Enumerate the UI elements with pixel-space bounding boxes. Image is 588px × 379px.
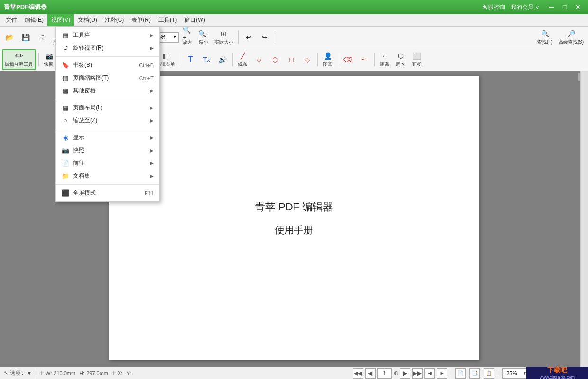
menu-file[interactable]: 文件 (2, 14, 21, 26)
support-link[interactable]: 客服咨询 (482, 3, 505, 11)
search-button[interactable]: 🔍 查找(F) (535, 27, 555, 47)
window-buttons: ─ □ ✕ (545, 2, 584, 12)
menu-other-panels[interactable]: ▦ 其他窗格 ▶ (56, 84, 159, 97)
status-sep3 (498, 370, 498, 377)
menu-bookmarks[interactable]: 🔖 书签(B) Ctrl+B (56, 59, 159, 72)
snapshot-button[interactable]: 📷 快照 (41, 50, 56, 69)
open-folder-button[interactable]: 📂 (2, 31, 17, 44)
text-bold-button[interactable]: T (183, 54, 198, 66)
menu-view[interactable]: 视图(V) (47, 14, 74, 26)
circle-button[interactable]: ○ (251, 54, 266, 66)
polygon-button[interactable]: ⬡ (267, 54, 283, 66)
pdf-subtitle: 使用手册 (275, 224, 313, 236)
display-arrow: ▶ (150, 135, 154, 140)
text-sub-button[interactable]: Tx (199, 54, 214, 66)
search-icon: 🔍 (540, 29, 550, 38)
menu-tools[interactable]: 工具(T) (155, 14, 181, 26)
two-page-button[interactable]: 📋 (484, 368, 494, 379)
view-dropdown-menu: ▦ 工具栏 ▶ ↺ 旋转视图(R) ▶ 🔖 书签(B) Ctrl+B ▦ 页面缩… (55, 27, 160, 202)
nav-first-button[interactable]: ◀◀ (353, 368, 363, 379)
menu-thumbnails[interactable]: ▦ 页面缩略图(T) Ctrl+T (56, 72, 159, 84)
save-button[interactable]: 💾 (18, 31, 33, 44)
polygon-icon: ⬡ (270, 55, 280, 64)
zoom-out-button[interactable]: 🔍- 缩小 (196, 27, 211, 47)
dd-sep1 (56, 56, 159, 57)
zoom-in-button[interactable]: 🔍+ 放大 (180, 27, 195, 47)
right-scrollbar[interactable] (580, 71, 588, 376)
snapshot-menu-label: 快照 (73, 146, 84, 154)
menu-doc-collection[interactable]: 📁 文档集 ▶ (56, 170, 159, 182)
print-button[interactable]: 🖨 (34, 31, 49, 44)
continuous-button[interactable]: 📑 (469, 368, 480, 379)
undo-icon: ↩ (244, 33, 253, 42)
edit-annotation-button[interactable]: ✏ 编辑注释工具 (2, 49, 36, 70)
single-page-button[interactable]: 📄 (455, 368, 466, 379)
doc-collection-arrow: ▶ (150, 173, 154, 179)
pdf-main-title: 青苹 PDF 编辑器 (255, 200, 333, 214)
wave-button[interactable]: 〰 (357, 54, 372, 66)
zoom-to-icon: ○ (62, 117, 69, 125)
status-zoom-combo[interactable]: ▼ (502, 368, 528, 379)
perimeter-button[interactable]: ⬡ 周长 (393, 50, 408, 69)
width-display: ✛ W: 210.0mm (40, 370, 75, 376)
member-link[interactable]: 我的会员 ∨ (511, 3, 540, 11)
crosshair-icon: ✛ (40, 370, 44, 376)
menubar: 文件 编辑(E) 视图(V) 文档(D) 注释(C) 表单(R) 工具(T) 窗… (0, 14, 588, 27)
thumbnails-shortcut: Ctrl+T (139, 75, 154, 81)
nav-next-button[interactable]: ▶ (400, 368, 410, 379)
diamond-button[interactable]: ◇ (300, 54, 315, 66)
other-panels-arrow: ▶ (150, 88, 154, 93)
nav-prev-button[interactable]: ◀ (365, 368, 376, 379)
status-zoom-input[interactable] (504, 370, 523, 376)
menu-form[interactable]: 表单(R) (128, 14, 155, 26)
distance-icon: ↔ (380, 51, 389, 61)
fullscreen-label: 全屏模式 (73, 189, 96, 197)
menu-zoom-to[interactable]: ○ 缩放至(Z) ▶ (56, 114, 159, 127)
advanced-search-button[interactable]: 🔎 高级查找(S) (556, 27, 586, 47)
zoom-dropdown-arrow[interactable]: ▼ (173, 35, 177, 40)
menu-doc[interactable]: 文档(D) (74, 14, 101, 26)
line-button[interactable]: ╱ 线条 (235, 50, 250, 69)
redo-button[interactable]: ↪ (257, 31, 272, 44)
page-input[interactable] (377, 368, 392, 379)
menu-comment[interactable]: 注释(C) (101, 14, 128, 26)
rect-button[interactable]: □ (284, 54, 299, 66)
nav-last-button[interactable]: ▶▶ (412, 368, 423, 379)
undo-button[interactable]: ↩ (241, 31, 256, 44)
menu-page-layout[interactable]: ▦ 页面布局(L) ▶ (56, 101, 159, 114)
audio-button[interactable]: 🔊 (215, 54, 230, 66)
area-icon: ⬜ (412, 51, 422, 61)
distance-button[interactable]: ↔ 距离 (377, 50, 392, 69)
snapshot-menu-icon: 📷 (62, 147, 69, 154)
bookmark-shortcut: Ctrl+B (139, 63, 154, 68)
fullscreen-icon: ⬛ (62, 190, 69, 197)
eraser-button[interactable]: ⌫ (340, 54, 356, 66)
height-display: H: 297.0mm (79, 370, 108, 376)
menu-rotate-view[interactable]: ↺ 旋转视图(R) ▶ (56, 42, 159, 54)
other-panels-label: 其他窗格 (73, 87, 96, 95)
area-button[interactable]: ⬜ 面积 (409, 50, 424, 69)
toolbar-menu-label: 工具栏 (73, 31, 90, 39)
menu-display[interactable]: ◉ 显示 ▶ (56, 131, 159, 144)
menu-snapshot-sub[interactable]: 📷 快照 ▶ (56, 144, 159, 157)
fit-button[interactable]: ⊞ 实际大小 (212, 27, 236, 47)
fullscreen-shortcut: F11 (145, 190, 154, 196)
minimize-button[interactable]: ─ (545, 2, 558, 12)
y-display: Y: (126, 370, 131, 376)
menu-edit[interactable]: 编辑(E) (21, 14, 47, 26)
maximize-button[interactable]: □ (559, 2, 571, 12)
nav-forward-button[interactable]: ► (437, 368, 447, 379)
menu-fullscreen[interactable]: ⬛ 全屏模式 F11 (56, 187, 159, 199)
close-button[interactable]: ✕ (572, 2, 584, 12)
menu-toolbar[interactable]: ▦ 工具栏 ▶ (56, 29, 159, 42)
nav-back-button[interactable]: ◄ (424, 368, 435, 379)
wave-icon: 〰 (359, 55, 369, 64)
toolbar-menu-icon: ▦ (62, 32, 69, 39)
display-label: 显示 (73, 134, 84, 142)
menu-goto[interactable]: 📄 前往 ▶ (56, 157, 159, 170)
menu-window[interactable]: 窗口(W) (181, 14, 209, 26)
thumbnails-label: 页面缩略图(T) (73, 74, 109, 82)
select-dropdown[interactable]: ↖ 选项... ▼ (4, 370, 32, 377)
adv-search-icon: 🔎 (566, 29, 576, 38)
stamp-button[interactable]: 👤 图章 (320, 50, 335, 69)
